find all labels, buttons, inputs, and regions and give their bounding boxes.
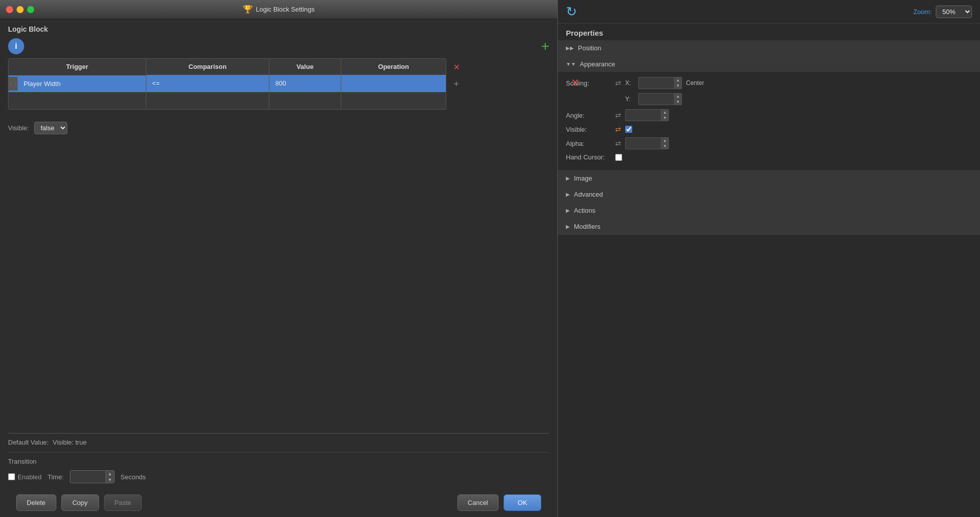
visible-checkbox[interactable] (625, 126, 632, 133)
properties-header: ↺ Zoom: 50% 25% 75% 100% (558, 0, 980, 24)
alpha-up[interactable]: ▲ (661, 138, 668, 143)
section-title: Logic Block (8, 25, 549, 33)
trigger-cell[interactable]: Player Width (20, 76, 65, 92)
minimize-button[interactable] (17, 6, 24, 13)
alpha-share-icon[interactable]: ⇄ (615, 139, 621, 147)
advanced-section: ▶ Advanced (558, 187, 980, 203)
close-button[interactable] (6, 6, 13, 13)
hand-cursor-row: Hand Cursor: (566, 153, 972, 161)
angle-down[interactable]: ▼ (661, 115, 668, 121)
comparison-cell-empty[interactable] (146, 92, 269, 109)
ok-button[interactable]: OK (504, 494, 541, 511)
alpha-down[interactable]: ▼ (661, 143, 668, 149)
time-down-button[interactable]: ▼ (106, 477, 114, 483)
delete-button[interactable]: Delete (16, 494, 56, 511)
value-cell[interactable]: 800 (269, 75, 341, 93)
operation-cell-empty[interactable] (341, 92, 446, 109)
seconds-label: Seconds (121, 473, 146, 481)
time-input[interactable]: 1.000 (70, 471, 106, 483)
position-section: ▶ Position (558, 40, 980, 56)
visible-select[interactable]: false true (34, 122, 67, 134)
time-spinners: ▲ ▼ (106, 471, 114, 483)
angle-wrap: 0.0 ▲ ▼ (625, 109, 669, 121)
angle-input[interactable]: 0.0 (626, 110, 661, 120)
scaling-x-wrap: 1.00 ▲ ▼ (638, 77, 682, 89)
properties-panel: ↺ Zoom: 50% 25% 75% 100% Properties ▶ Po… (558, 0, 980, 517)
appearance-body: Scaling: ⇄ X: 1.00 ▲ ▼ Center ⇄ Y: 1 (558, 72, 980, 170)
center-label: Center (686, 79, 704, 87)
title-bar: 🏆 Logic Block Settings (0, 0, 557, 19)
cancel-button[interactable]: Cancel (457, 494, 499, 511)
actions-arrow-icon: ▶ (566, 208, 570, 213)
logic-table: Trigger Comparison Value Operation ⋮⋮ Pl… (9, 59, 446, 109)
value-cell-empty[interactable] (269, 92, 341, 109)
time-up-button[interactable]: ▲ (106, 471, 114, 477)
image-section-header[interactable]: ▶ Image (558, 170, 980, 186)
zoom-label: Zoom: (913, 8, 932, 16)
image-label: Image (574, 175, 592, 182)
footer-left: Delete Copy Paste (16, 494, 142, 511)
transition-controls: Enabled Time: 1.000 ▲ ▼ Seconds (8, 470, 549, 483)
appearance-label: Appearance (580, 60, 615, 68)
scaling-x-input[interactable]: 1.00 (639, 78, 674, 88)
modifiers-label: Modifiers (574, 223, 601, 230)
col-comparison: Comparison (146, 59, 269, 75)
undo-arrow-icon[interactable]: ↺ (566, 5, 577, 18)
appearance-section: ▼ Appearance Scaling: ⇄ X: 1.00 ▲ ▼ Cent… (558, 56, 980, 170)
scaling-share-icon[interactable]: ⇄ (615, 79, 621, 87)
scaling-y-up[interactable]: ▲ (674, 94, 681, 99)
scaling-y-row: ⇄ Y: 1.00 ▲ ▼ (566, 93, 972, 105)
scaling-y-down[interactable]: ▼ (674, 99, 681, 105)
remove-row-button[interactable]: ✕ (571, 76, 579, 89)
info-icon[interactable]: i (8, 38, 24, 54)
zoom-select[interactable]: 50% 25% 75% 100% (936, 6, 972, 18)
alpha-input[interactable]: 1.000 (626, 138, 661, 148)
table-row[interactable] (9, 92, 446, 109)
transition-title: Transition (8, 458, 549, 465)
actions-section: ▶ Actions (558, 203, 980, 219)
angle-share-icon[interactable]: ⇄ (615, 111, 621, 119)
window-controls (6, 6, 34, 13)
image-section: ▶ Image (558, 170, 980, 187)
maximize-button[interactable] (27, 6, 34, 13)
transition-section: Transition Enabled Time: 1.000 ▲ ▼ Secon… (8, 452, 549, 488)
col-operation: Operation (341, 59, 446, 75)
default-value-label: Default Value: (8, 439, 49, 446)
visible-label: Visible: (8, 124, 29, 132)
scaling-x-up[interactable]: ▲ (674, 77, 681, 83)
hand-cursor-checkbox[interactable] (615, 154, 622, 161)
table-side-controls: ✕ + (449, 58, 463, 110)
visible-share-icon[interactable]: ⇄ (615, 125, 621, 133)
dialog-footer: Delete Copy Paste Cancel OK (8, 494, 549, 511)
table-row[interactable]: ⋮⋮ Player Width <= 800 (9, 75, 446, 93)
advanced-arrow-icon: ▶ (566, 192, 570, 197)
advanced-section-header[interactable]: ▶ Advanced (558, 187, 980, 202)
comparison-cell[interactable]: <= (146, 75, 269, 93)
copy-button[interactable]: Copy (61, 494, 99, 511)
modifiers-section: ▶ Modifiers (558, 219, 980, 235)
add-row-inline-button[interactable]: + (449, 75, 463, 93)
dialog-content: Logic Block i + Trigger Comparison Value… (0, 19, 557, 517)
actions-section-header[interactable]: ▶ Actions (558, 203, 980, 218)
operation-cell[interactable] (341, 75, 446, 93)
x-axis-label: X: (625, 79, 634, 87)
modifiers-section-header[interactable]: ▶ Modifiers (558, 219, 980, 234)
undo-icon[interactable]: ↺ (566, 5, 577, 18)
delete-row-button[interactable]: ✕ (449, 58, 463, 75)
zoom-control: Zoom: 50% 25% 75% 100% (913, 6, 972, 18)
time-label: Time: (48, 473, 64, 481)
enabled-checkbox[interactable] (8, 473, 15, 480)
angle-label: Angle: (566, 112, 611, 119)
scaling-y-input[interactable]: 1.00 (639, 94, 674, 104)
alpha-spinners: ▲ ▼ (661, 138, 668, 149)
position-section-header[interactable]: ▶ Position (558, 40, 980, 56)
appearance-section-header[interactable]: ▼ Appearance (558, 56, 980, 72)
scaling-x-down[interactable]: ▼ (674, 83, 681, 89)
position-arrow-icon: ▶ (566, 45, 574, 51)
scaling-y-spinners: ▲ ▼ (674, 94, 681, 105)
default-value-text: Visible: true (53, 439, 87, 446)
trigger-cell-empty[interactable] (9, 92, 146, 109)
angle-up[interactable]: ▲ (661, 110, 668, 115)
add-row-button[interactable]: + (541, 39, 549, 53)
enabled-checkbox-label[interactable]: Enabled (8, 473, 42, 481)
